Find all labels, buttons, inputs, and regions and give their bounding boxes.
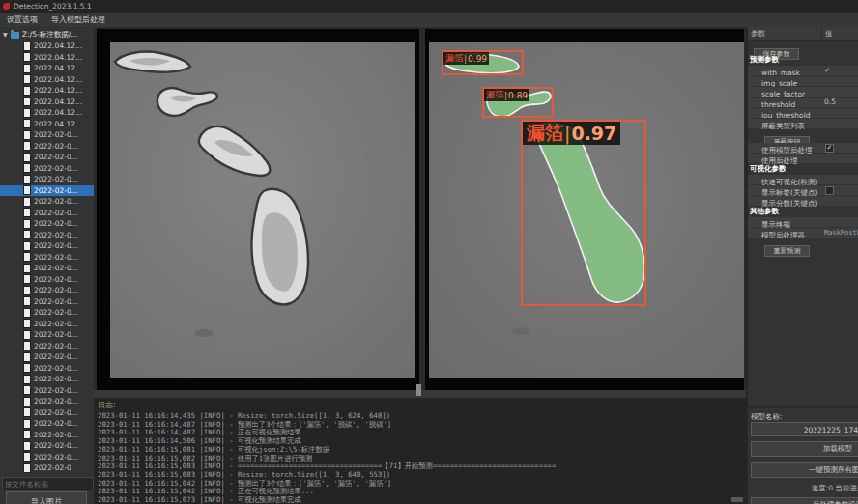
tree-item[interactable]: 2022-02-0... — [0, 263, 94, 274]
menu-import-postprocess[interactable]: 导入模型后处理 — [44, 13, 112, 27]
import-images-button[interactable]: 导入图片 — [6, 491, 87, 504]
tree-item[interactable]: 2022-02-0... — [0, 285, 94, 296]
tree-item[interactable]: 2022-02-0... — [0, 152, 94, 163]
param-row[interactable]: img_scale — [748, 76, 858, 86]
tree-item-label: 2022.04.12... — [34, 53, 82, 62]
file-icon — [24, 75, 30, 83]
tree-item[interactable]: 2022.04.12... — [0, 107, 94, 119]
tree-item[interactable]: 2022-02-0... — [0, 385, 94, 397]
predict-all-button[interactable]: 一键预测所有图片 — [751, 462, 858, 478]
tree-item[interactable]: 2022-02-0... — [0, 363, 94, 375]
detection-score: 0.97 — [571, 123, 616, 144]
tree-item[interactable]: 2022-02-0... — [0, 274, 94, 286]
tree-item[interactable]: 2022-02-0... — [0, 240, 94, 252]
tree-item[interactable]: 2022-02-0... — [0, 452, 94, 463]
tree-item-label: 2022.04.12... — [34, 42, 82, 50]
tree-item-label: 2022-02-0... — [34, 397, 78, 406]
tree-item[interactable]: 2022-02-0... — [0, 329, 94, 341]
tree-item-label: 2022-02-0... — [34, 308, 78, 317]
tree-item[interactable]: 2022-02-0... — [0, 440, 94, 452]
tree-item[interactable]: 2022.04.12... — [0, 97, 94, 108]
tree-item[interactable]: 2022-02-0... — [0, 341, 94, 352]
tree-item[interactable]: 2022.04.12... — [0, 119, 94, 130]
app-icon — [3, 3, 10, 10]
tree-item[interactable]: 2022.04.12... — [0, 74, 94, 86]
panel-divider — [748, 406, 858, 408]
search-input[interactable] — [2, 477, 94, 490]
tree-item[interactable]: 2022-02-0... — [0, 252, 94, 264]
tree-item[interactable]: 2022-02-0... — [0, 351, 94, 363]
param-row[interactable]: 使用模型后处理 ✓ — [748, 143, 858, 153]
tree-item[interactable]: 2022-02-0... — [0, 296, 94, 308]
tree-item[interactable]: 2022-02-0... — [0, 396, 94, 407]
tree-item[interactable]: 2022-02-0 — [0, 462, 94, 474]
param-row[interactable]: iou_threshold — [748, 108, 858, 118]
menu-bar: 设置选项 导入模型后处理 — [0, 13, 858, 28]
log-scrollbar-thumb[interactable] — [731, 497, 743, 502]
caret-down-icon[interactable]: ▼ — [3, 29, 11, 41]
tree-item[interactable]: 2022-02-0... — [0, 129, 94, 141]
tree-item[interactable]: 2022-02-0... — [0, 418, 94, 430]
tree-item[interactable]: 2022-02-0... — [0, 319, 94, 330]
value-col-header: 值 — [825, 27, 833, 40]
tree-item[interactable]: 2022.04.12... — [0, 41, 94, 52]
tree-item[interactable]: 2022.04.12... — [0, 52, 94, 64]
tree-item[interactable]: 2022-02-0... — [0, 307, 94, 319]
folder-icon — [11, 32, 19, 39]
tree-root-folder[interactable]: ▼Z:/5-标注数据/... — [0, 29, 94, 41]
param-row[interactable]: 显示分数(关键点) — [748, 196, 858, 206]
tree-item-label: 2022-02-0... — [34, 419, 78, 428]
postprocess-settings-button[interactable]: 后处理参数设置 — [751, 497, 858, 504]
param-row[interactable]: 显示标签(关键点) — [748, 185, 858, 195]
tree-item[interactable]: 2022-02-0... — [0, 208, 94, 219]
param-button-row: 保存参数 — [748, 42, 858, 54]
label-divider: | — [464, 54, 467, 64]
param-row[interactable]: 显示终端 — [748, 217, 858, 227]
tree-item[interactable]: 2022-02-0... — [0, 430, 94, 441]
param-value: ✓ — [824, 66, 830, 75]
param-checkbox[interactable] — [825, 186, 834, 195]
log-lines: 2023-01-11 16:16:14,435 |INFO| - Resize:… — [98, 412, 746, 504]
param-row[interactable]: with_mask ✓ — [748, 66, 858, 75]
tree-item-label: 2022-02-0... — [34, 375, 78, 383]
file-icon — [24, 87, 30, 95]
tree-item[interactable]: 2022-02-0... — [0, 185, 94, 197]
tree-item[interactable]: 2022-02-0... — [0, 196, 94, 208]
file-icon — [24, 209, 30, 216]
param-row[interactable]: 屏蔽类型列表 — [748, 119, 858, 128]
splitter-handle[interactable] — [416, 384, 421, 396]
tree-item[interactable]: 2022.04.12... — [0, 85, 94, 97]
file-icon — [24, 453, 30, 461]
file-icon — [24, 420, 30, 428]
tree-item-label: 2022.04.12... — [34, 75, 82, 84]
tree-item[interactable]: 2022-02-0... — [0, 141, 94, 153]
tree-item[interactable]: 2022-02-0... — [0, 218, 94, 230]
param-row[interactable]: 模型后处理器 MaskPostPro — [748, 228, 858, 238]
tree-item[interactable]: 2022.04.12... — [0, 63, 94, 74]
param-button[interactable]: 重新预测 — [764, 245, 810, 257]
image-viewer-original[interactable] — [97, 29, 419, 390]
image-viewer-prediction[interactable]: 漏箔|0.99 漏箔|0.89 漏箔|0.97 — [425, 29, 744, 390]
tree-item[interactable]: 2022-02-0... — [0, 163, 94, 175]
tree-item[interactable]: 2022-02-0... — [0, 374, 94, 385]
param-section-label: 预测参数 — [750, 55, 779, 64]
model-name-field[interactable]: 20221225_174813 — [751, 422, 858, 436]
tree-items: 2022.04.12... 2022.04.12... 2022.04.12..… — [0, 41, 94, 474]
load-model-button[interactable]: 加载模型 — [751, 441, 858, 457]
detection-label: 漏箔|0.97 — [523, 122, 620, 145]
tree-item-label: 2022-02-0... — [34, 153, 78, 161]
param-row[interactable]: threshold 0.5 — [748, 98, 858, 107]
param-checkbox[interactable]: ✓ — [825, 144, 834, 153]
tree-item-label: 2022-02-0... — [34, 130, 78, 139]
detection-box: 漏箔|0.97 — [521, 120, 646, 306]
param-row[interactable]: 快速可视化(检测) — [748, 175, 858, 184]
tree-item-label: 2022-02-0... — [34, 186, 78, 195]
tree-item[interactable]: 2022-02-0... — [0, 230, 94, 241]
param-row[interactable]: scale_factor — [748, 87, 858, 97]
menu-settings[interactable]: 设置选项 — [0, 13, 44, 27]
tree-item[interactable]: 2022-02-0... — [0, 174, 94, 185]
tree-item-label: 2022-02-0... — [34, 275, 78, 284]
tree-item[interactable]: 2022-02-0... — [0, 407, 94, 419]
param-row[interactable]: 使用后处理 — [748, 154, 858, 163]
file-icon — [24, 42, 30, 50]
